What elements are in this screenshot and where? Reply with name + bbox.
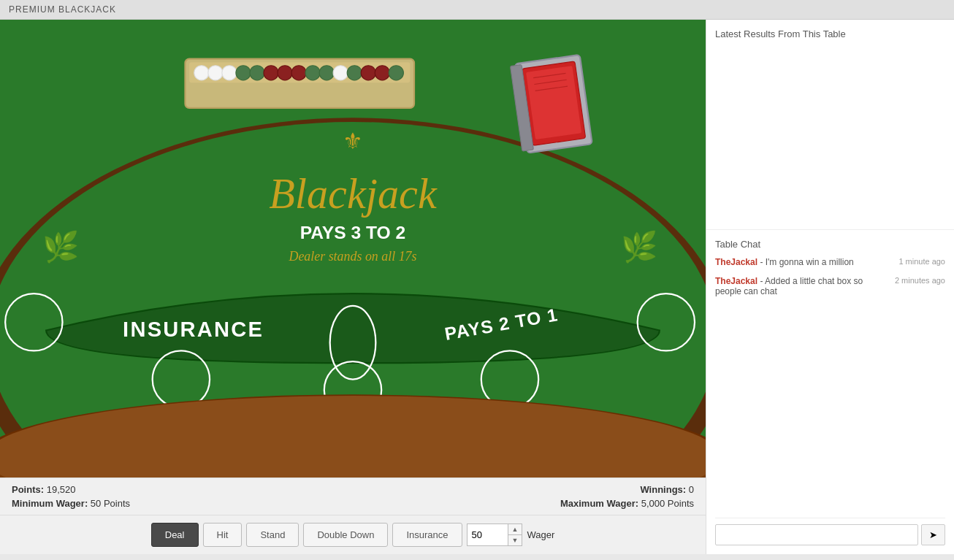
chat-username: TheJackal — [715, 276, 758, 286]
table-chat-title: Table Chat — [715, 239, 945, 250]
points-display: Points: 19,520 — [12, 484, 75, 495]
table-chat-section: Table Chat TheJackal - I'm gonna win a m… — [706, 230, 954, 554]
svg-point-12 — [291, 66, 306, 80]
chat-input-row: ➤ — [715, 518, 945, 545]
wager-row: Minimum Wager: 50 Points Maximum Wager: … — [12, 498, 694, 509]
winnings-display: Winnings: 0 — [640, 484, 694, 495]
points-row: Points: 19,520 Winnings: 0 — [12, 484, 694, 495]
chat-username: TheJackal — [715, 257, 758, 267]
min-wager-display: Minimum Wager: 50 Points — [12, 498, 130, 509]
hit-button[interactable]: Hit — [203, 523, 243, 547]
latest-results-title: Latest Results From This Table — [715, 28, 945, 39]
svg-point-14 — [319, 66, 334, 80]
svg-text:⚜: ⚜ — [343, 129, 363, 154]
svg-point-9 — [250, 66, 264, 80]
svg-point-6 — [208, 66, 223, 80]
wager-arrows: ▲ ▼ — [508, 524, 522, 545]
svg-point-17 — [361, 66, 375, 80]
wager-input[interactable] — [468, 524, 508, 545]
chat-send-button[interactable]: ➤ — [921, 524, 945, 545]
game-area: ⚜ Blackjack PAYS 3 TO 2 Dealer stands on… — [0, 20, 706, 554]
chat-text: - I'm gonna win a million — [760, 257, 853, 267]
top-bar: PREMIUM BLACKJACK — [0, 0, 954, 20]
chat-time: 1 minute ago — [898, 257, 945, 266]
info-bar: Points: 19,520 Winnings: 0 Minimum Wager… — [0, 477, 706, 515]
stand-button[interactable]: Stand — [246, 523, 299, 547]
insurance-button[interactable]: Insurance — [392, 523, 462, 547]
svg-text:🌿: 🌿 — [42, 229, 80, 264]
svg-point-15 — [333, 66, 348, 80]
svg-text:Blackjack: Blackjack — [269, 170, 438, 218]
svg-text:INSURANCE: INSURANCE — [123, 318, 264, 341]
chat-message-content: TheJackal - I'm gonna win a million — [715, 257, 891, 267]
chat-input[interactable] — [715, 524, 918, 545]
svg-point-13 — [305, 66, 320, 80]
svg-text:🌿: 🌿 — [621, 229, 658, 264]
double-down-button[interactable]: Double Down — [303, 523, 388, 547]
max-wager-display: Maximum Wager: 5,000 Points — [560, 498, 694, 509]
app-title: PREMIUM BLACKJACK — [9, 4, 116, 15]
table-canvas: ⚜ Blackjack PAYS 3 TO 2 Dealer stands on… — [0, 20, 706, 477]
svg-point-19 — [389, 66, 403, 80]
chat-message: TheJackal - I'm gonna win a million 1 mi… — [715, 257, 945, 267]
svg-point-7 — [222, 66, 237, 80]
deal-button[interactable]: Deal — [151, 523, 199, 547]
svg-point-18 — [375, 66, 389, 80]
svg-point-10 — [264, 66, 278, 80]
send-icon: ➤ — [929, 529, 937, 540]
wager-up-button[interactable]: ▲ — [508, 524, 522, 535]
svg-point-16 — [347, 66, 362, 80]
wager-label: Wager — [527, 529, 554, 540]
table-svg: ⚜ Blackjack PAYS 3 TO 2 Dealer stands on… — [0, 20, 706, 477]
right-panel: Latest Results From This Table Table Cha… — [706, 20, 954, 554]
svg-rect-22 — [526, 66, 581, 139]
svg-point-11 — [278, 66, 292, 80]
controls-row: Deal Hit Stand Double Down Insurance ▲ ▼… — [0, 515, 706, 554]
chat-message: TheJackal - Added a little chat box so p… — [715, 276, 945, 296]
latest-results-section: Latest Results From This Table — [706, 20, 954, 230]
wager-down-button[interactable]: ▼ — [508, 535, 522, 545]
svg-text:PAYS 3 TO 2: PAYS 3 TO 2 — [300, 223, 406, 242]
svg-point-8 — [236, 66, 251, 80]
main-layout: ⚜ Blackjack PAYS 3 TO 2 Dealer stands on… — [0, 20, 954, 554]
wager-box: ▲ ▼ — [467, 523, 523, 546]
svg-point-5 — [194, 66, 209, 80]
wager-input-wrap: ▲ ▼ Wager — [467, 523, 555, 546]
chat-message-content: TheJackal - Added a little chat box so p… — [715, 276, 888, 296]
chat-time: 2 minutes ago — [895, 276, 945, 285]
results-content — [715, 45, 945, 220]
svg-text:Dealer stands on all 17s: Dealer stands on all 17s — [288, 249, 416, 264]
chat-messages: TheJackal - I'm gonna win a million 1 mi… — [715, 257, 945, 518]
